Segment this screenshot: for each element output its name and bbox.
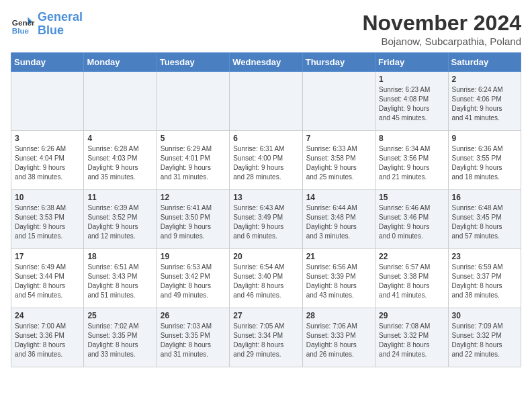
calendar-cell-w3-d1: 10Sunrise: 6:38 AM Sunset: 3:53 PM Dayli…: [11, 190, 84, 249]
header-tuesday: Tuesday: [157, 53, 229, 72]
day-number-10: 10: [15, 193, 80, 202]
calendar-cell-w5-d1: 24Sunrise: 7:00 AM Sunset: 3:36 PM Dayli…: [11, 308, 84, 367]
day-info-6: Sunrise: 6:31 AM Sunset: 4:00 PM Dayligh…: [233, 144, 298, 182]
day-number-16: 16: [452, 193, 517, 202]
day-number-14: 14: [306, 193, 371, 202]
calendar-cell-w2-d7: 9Sunrise: 6:36 AM Sunset: 3:55 PM Daylig…: [448, 131, 521, 190]
calendar-cell-w2-d3: 5Sunrise: 6:29 AM Sunset: 4:01 PM Daylig…: [157, 131, 229, 190]
day-info-10: Sunrise: 6:38 AM Sunset: 3:53 PM Dayligh…: [15, 203, 80, 241]
day-number-1: 1: [379, 75, 444, 84]
day-info-14: Sunrise: 6:44 AM Sunset: 3:48 PM Dayligh…: [306, 203, 371, 241]
day-number-19: 19: [161, 252, 226, 261]
week-row-3: 10Sunrise: 6:38 AM Sunset: 3:53 PM Dayli…: [11, 190, 521, 249]
day-info-28: Sunrise: 7:06 AM Sunset: 3:33 PM Dayligh…: [306, 322, 371, 359]
calendar-cell-w2-d4: 6Sunrise: 6:31 AM Sunset: 4:00 PM Daylig…: [230, 131, 302, 190]
header-wednesday: Wednesday: [230, 53, 302, 72]
calendar-cell-w5-d5: 28Sunrise: 7:06 AM Sunset: 3:33 PM Dayli…: [302, 308, 375, 367]
day-info-24: Sunrise: 7:00 AM Sunset: 3:36 PM Dayligh…: [15, 322, 80, 359]
day-number-2: 2: [452, 75, 517, 84]
calendar-cell-w4-d4: 20Sunrise: 6:54 AM Sunset: 3:40 PM Dayli…: [230, 249, 302, 308]
calendar-cell-w4-d2: 18Sunrise: 6:51 AM Sunset: 3:43 PM Dayli…: [84, 249, 157, 308]
day-info-16: Sunrise: 6:48 AM Sunset: 3:45 PM Dayligh…: [452, 203, 517, 241]
calendar-cell-w2-d5: 7Sunrise: 6:33 AM Sunset: 3:58 PM Daylig…: [302, 131, 375, 190]
calendar-cell-w1-d5: [302, 72, 375, 131]
day-number-3: 3: [15, 134, 80, 143]
day-number-18: 18: [87, 252, 152, 261]
day-info-25: Sunrise: 7:02 AM Sunset: 3:35 PM Dayligh…: [87, 322, 152, 359]
day-info-20: Sunrise: 6:54 AM Sunset: 3:40 PM Dayligh…: [233, 263, 298, 300]
logo: General Blue General Blue: [11, 11, 83, 38]
day-info-19: Sunrise: 6:53 AM Sunset: 3:42 PM Dayligh…: [161, 263, 226, 300]
day-number-8: 8: [379, 134, 444, 143]
day-info-7: Sunrise: 6:33 AM Sunset: 3:58 PM Dayligh…: [306, 144, 371, 182]
calendar-cell-w4-d3: 19Sunrise: 6:53 AM Sunset: 3:42 PM Dayli…: [157, 249, 229, 308]
calendar-cell-w2-d6: 8Sunrise: 6:34 AM Sunset: 3:56 PM Daylig…: [375, 131, 448, 190]
calendar-cell-w3-d6: 15Sunrise: 6:46 AM Sunset: 3:46 PM Dayli…: [375, 190, 448, 249]
logo-line1: General: [38, 10, 83, 24]
title-block: November 2024 Bojanow, Subcarpathia, Pol…: [362, 11, 521, 47]
week-row-5: 24Sunrise: 7:00 AM Sunset: 3:36 PM Dayli…: [11, 308, 521, 367]
day-info-27: Sunrise: 7:05 AM Sunset: 3:34 PM Dayligh…: [233, 322, 298, 359]
day-number-11: 11: [87, 193, 152, 202]
calendar-cell-w4-d6: 22Sunrise: 6:57 AM Sunset: 3:38 PM Dayli…: [375, 249, 448, 308]
day-number-15: 15: [379, 193, 444, 202]
day-number-4: 4: [87, 134, 152, 143]
day-info-23: Sunrise: 6:59 AM Sunset: 3:37 PM Dayligh…: [452, 263, 517, 300]
day-info-2: Sunrise: 6:24 AM Sunset: 4:06 PM Dayligh…: [452, 85, 517, 123]
day-number-22: 22: [379, 252, 444, 261]
day-number-7: 7: [306, 134, 371, 143]
subtitle: Bojanow, Subcarpathia, Poland: [362, 36, 521, 47]
calendar-cell-w2-d1: 3Sunrise: 6:26 AM Sunset: 4:04 PM Daylig…: [11, 131, 84, 190]
header-saturday: Saturday: [448, 53, 521, 72]
day-number-17: 17: [15, 252, 80, 261]
calendar-cell-w3-d7: 16Sunrise: 6:48 AM Sunset: 3:45 PM Dayli…: [448, 190, 521, 249]
calendar-cell-w1-d6: 1Sunrise: 6:23 AM Sunset: 4:08 PM Daylig…: [375, 72, 448, 131]
calendar-cell-w3-d5: 14Sunrise: 6:44 AM Sunset: 3:48 PM Dayli…: [302, 190, 375, 249]
calendar-body: 1Sunrise: 6:23 AM Sunset: 4:08 PM Daylig…: [11, 72, 521, 367]
calendar-cell-w3-d3: 12Sunrise: 6:41 AM Sunset: 3:50 PM Dayli…: [157, 190, 229, 249]
day-info-17: Sunrise: 6:49 AM Sunset: 3:44 PM Dayligh…: [15, 263, 80, 300]
day-info-11: Sunrise: 6:39 AM Sunset: 3:52 PM Dayligh…: [87, 203, 152, 241]
day-info-12: Sunrise: 6:41 AM Sunset: 3:50 PM Dayligh…: [161, 203, 226, 241]
calendar-cell-w3-d4: 13Sunrise: 6:43 AM Sunset: 3:49 PM Dayli…: [230, 190, 302, 249]
header-monday: Monday: [84, 53, 157, 72]
header-friday: Friday: [375, 53, 448, 72]
logo-text: General Blue: [38, 11, 83, 38]
day-number-23: 23: [452, 252, 517, 261]
calendar-cell-w4-d7: 23Sunrise: 6:59 AM Sunset: 3:37 PM Dayli…: [448, 249, 521, 308]
calendar-cell-w3-d2: 11Sunrise: 6:39 AM Sunset: 3:52 PM Dayli…: [84, 190, 157, 249]
day-number-21: 21: [306, 252, 371, 261]
day-number-30: 30: [452, 311, 517, 320]
day-info-21: Sunrise: 6:56 AM Sunset: 3:39 PM Dayligh…: [306, 263, 371, 300]
calendar-cell-w2-d2: 4Sunrise: 6:28 AM Sunset: 4:03 PM Daylig…: [84, 131, 157, 190]
calendar-cell-w1-d4: [230, 72, 302, 131]
day-number-6: 6: [233, 134, 298, 143]
calendar-cell-w5-d4: 27Sunrise: 7:05 AM Sunset: 3:34 PM Dayli…: [230, 308, 302, 367]
calendar-cell-w5-d3: 26Sunrise: 7:03 AM Sunset: 3:35 PM Dayli…: [157, 308, 229, 367]
day-number-13: 13: [233, 193, 298, 202]
day-info-22: Sunrise: 6:57 AM Sunset: 3:38 PM Dayligh…: [379, 263, 444, 300]
day-number-9: 9: [452, 134, 517, 143]
day-info-1: Sunrise: 6:23 AM Sunset: 4:08 PM Dayligh…: [379, 85, 444, 123]
day-info-29: Sunrise: 7:08 AM Sunset: 3:32 PM Dayligh…: [379, 322, 444, 359]
day-number-20: 20: [233, 252, 298, 261]
calendar-header: SundayMondayTuesdayWednesdayThursdayFrid…: [11, 53, 521, 72]
main-title: November 2024: [362, 11, 521, 36]
svg-text:Blue: Blue: [12, 26, 30, 34]
header-sunday: Sunday: [11, 53, 84, 72]
day-info-26: Sunrise: 7:03 AM Sunset: 3:35 PM Dayligh…: [161, 322, 226, 359]
calendar-cell-w5-d2: 25Sunrise: 7:02 AM Sunset: 3:35 PM Dayli…: [84, 308, 157, 367]
header-thursday: Thursday: [302, 53, 375, 72]
calendar-cell-w1-d1: [11, 72, 84, 131]
calendar-cell-w4-d1: 17Sunrise: 6:49 AM Sunset: 3:44 PM Dayli…: [11, 249, 84, 308]
day-info-9: Sunrise: 6:36 AM Sunset: 3:55 PM Dayligh…: [452, 144, 517, 182]
header-row: SundayMondayTuesdayWednesdayThursdayFrid…: [11, 53, 521, 72]
day-info-8: Sunrise: 6:34 AM Sunset: 3:56 PM Dayligh…: [379, 144, 444, 182]
calendar-cell-w5-d7: 30Sunrise: 7:09 AM Sunset: 3:32 PM Dayli…: [448, 308, 521, 367]
logo-line2: Blue: [38, 24, 64, 37]
day-info-30: Sunrise: 7:09 AM Sunset: 3:32 PM Dayligh…: [452, 322, 517, 359]
calendar-cell-w5-d6: 29Sunrise: 7:08 AM Sunset: 3:32 PM Dayli…: [375, 308, 448, 367]
day-number-25: 25: [87, 311, 152, 320]
calendar-cell-w1-d3: [157, 72, 229, 131]
day-number-12: 12: [161, 193, 226, 202]
